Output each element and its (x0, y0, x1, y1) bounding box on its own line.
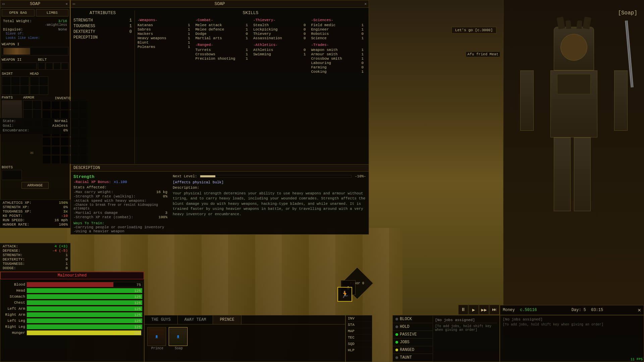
run-walk-toggle[interactable]: 🏃 (337, 287, 352, 302)
skill-polearms[interactable]: Polearms 1 (138, 45, 190, 49)
shirt-slot-6[interactable] (20, 85, 29, 95)
map-button[interactable]: MAP (346, 328, 372, 335)
fast-forward-button[interactable]: ⏭ (489, 305, 499, 315)
limbs-button[interactable]: LIMBS (36, 9, 69, 16)
skill-lockpicking[interactable]: Lockpicking 0 (253, 27, 306, 32)
inv-slot-6[interactable] (42, 110, 51, 119)
shirt-slot-3[interactable] (20, 76, 29, 86)
skill-katanas[interactable]: Katanas 1 (138, 23, 190, 27)
skill-precision-shooting[interactable]: Precision shooting 1 (196, 57, 248, 61)
skill-farming[interactable]: Farming 0 (311, 65, 364, 69)
skill-cooking[interactable]: Cooking 1 (311, 70, 364, 74)
inv-slot-21[interactable] (42, 137, 51, 146)
skill-swimming[interactable]: Swimming 1 (253, 52, 306, 56)
close-right-button[interactable]: ✕ (638, 307, 641, 313)
skill-melee-defence[interactable]: Melee defence 1 (196, 27, 248, 32)
armor-slot-4[interactable] (32, 109, 42, 119)
arrange-button[interactable]: ARRANGE (21, 182, 48, 189)
skill-dodge[interactable]: Dodge 0 (196, 32, 248, 36)
taunt-button[interactable]: TAUNT (393, 354, 433, 362)
skill-field-medic[interactable]: Field medic 1 (311, 23, 364, 27)
member-prince[interactable]: 👤 Prince (147, 327, 167, 350)
belt-slot-3[interactable] (53, 62, 61, 70)
skill-hackers[interactable]: Hackers 1 (138, 32, 190, 36)
main-close-button[interactable]: ✕ (363, 2, 368, 6)
attr-toughness[interactable]: TOUGHNESS 1 (73, 24, 132, 28)
head-slot-4[interactable] (39, 85, 48, 95)
weapon-ii-slot[interactable] (2, 62, 37, 70)
shirt-slot-1[interactable] (2, 76, 11, 86)
inv-slot-3[interactable] (60, 101, 69, 110)
member-soap[interactable]: 👤 Soap (169, 327, 189, 350)
passive-button[interactable]: PASSIVE (393, 331, 433, 339)
attr-perception[interactable]: PERCEPTION (73, 35, 132, 40)
inv-button[interactable]: INV (346, 315, 372, 322)
pause-button[interactable]: ⏸ (458, 305, 468, 315)
head-slot-2[interactable] (39, 76, 48, 86)
lets-go-button[interactable]: Let's go [c.3000] (451, 27, 496, 34)
skill-crossbow-smith[interactable]: Crossbow smith 1 (311, 57, 364, 61)
skill-engineer[interactable]: Engineer 1 (311, 27, 364, 32)
skill-armour-smith[interactable]: Armour smith 1 (311, 52, 364, 56)
tab-the-guys[interactable]: THE GUYS (145, 315, 178, 324)
armor-slot-3[interactable] (23, 109, 33, 119)
skill-weapon-smith[interactable]: Weapon smith 1 (311, 48, 364, 52)
tab-prince[interactable]: PRINCE (213, 315, 241, 324)
skill-labouring[interactable]: Labouring 0 (311, 61, 364, 65)
skill-martial-arts[interactable]: Martial arts 1 (196, 36, 248, 40)
attr-strength[interactable]: STRENGTH 1 (73, 18, 132, 23)
skill-science[interactable]: Science 1 (311, 36, 364, 40)
mail-button[interactable]: ✉ (25, 147, 39, 158)
sta-button[interactable]: STA (346, 322, 372, 328)
tec-button[interactable]: TEC (346, 335, 372, 341)
inv-slot-1[interactable] (42, 101, 51, 110)
close-button[interactable]: ✕ (64, 2, 69, 6)
attr-dexterity[interactable]: DEXTERITY 0 (73, 29, 132, 34)
hold-button[interactable]: HOLD (393, 323, 433, 331)
skill-crossbows[interactable]: Crossbows 1 (196, 52, 248, 56)
skill-blunt[interactable]: Blunt 1 (138, 41, 190, 45)
block-button[interactable]: BLOCK (393, 315, 433, 323)
skill-thievery[interactable]: Thievery 0 (253, 32, 306, 36)
jobs-button[interactable]: JOBS (393, 339, 433, 346)
armor-slot-2[interactable] (32, 100, 42, 110)
sqd-button[interactable]: SQD (346, 341, 372, 347)
inv-slot-33[interactable] (60, 155, 69, 164)
inv-slot-8[interactable] (60, 110, 69, 119)
weapon-i-slot[interactable] (2, 47, 68, 56)
open-bag-button[interactable]: OPEN BAG (2, 9, 35, 16)
skill-stealth[interactable]: Stealth 0 (253, 23, 306, 27)
main-minimize-button[interactable]: ▭ (72, 2, 76, 6)
skill-heavy-weapons[interactable]: Heavy weapons 1 (138, 36, 190, 40)
skill-athletics[interactable]: Athletics 0 (253, 48, 306, 52)
inv-slot-26[interactable] (42, 146, 51, 155)
shirt-slot-4[interactable] (2, 85, 11, 95)
boots-slot[interactable] (2, 170, 22, 180)
belt-slot-4[interactable] (61, 62, 68, 70)
forward-button[interactable]: ▶▶ (479, 305, 489, 315)
inv-slot-7[interactable] (51, 110, 60, 119)
malnourished-banner[interactable]: Malnourished (0, 272, 144, 279)
skill-turrets[interactable]: Turrets 1 (196, 48, 248, 52)
belt-slot-1[interactable] (38, 62, 45, 70)
hlp-button[interactable]: HLP (346, 347, 372, 353)
inv-slot-2[interactable] (51, 101, 60, 110)
skill-assassination[interactable]: Assassination 0 (253, 36, 306, 40)
inv-slot-23[interactable] (60, 137, 69, 146)
armor-slot-1[interactable] (23, 100, 33, 110)
skill-sabres[interactable]: Sabres 1 (138, 27, 190, 32)
inv-slot-28[interactable] (60, 146, 69, 155)
inv-slot-22[interactable] (51, 137, 60, 146)
shirt-slot-5[interactable] (11, 85, 20, 95)
belt-slot-2[interactable] (46, 62, 53, 70)
skill-melee-attack[interactable]: Melee attack 1 (196, 23, 248, 27)
skill-robotics[interactable]: Robotics 0 (311, 32, 364, 36)
play-button[interactable]: ▶ (469, 305, 479, 315)
inv-slot-32[interactable] (51, 155, 60, 164)
inv-slot-27[interactable] (51, 146, 60, 155)
shirt-slot-2[interactable] (11, 76, 20, 86)
inv-slot-31[interactable] (42, 155, 51, 164)
head-slot-3[interactable] (30, 85, 39, 95)
ranged-button[interactable]: RANGED (393, 346, 433, 354)
head-slot-1[interactable] (30, 76, 39, 86)
